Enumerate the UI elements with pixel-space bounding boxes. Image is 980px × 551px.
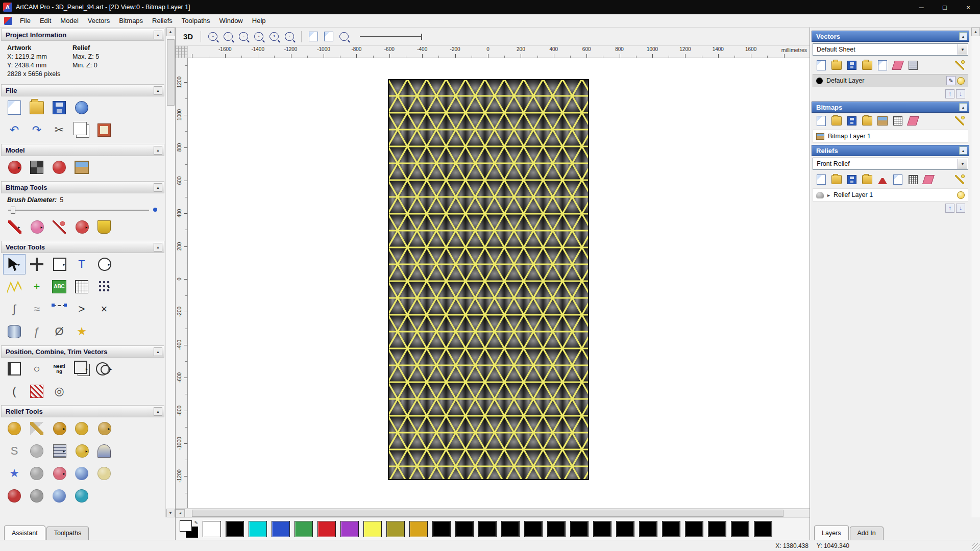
palette-swatch-8[interactable] — [386, 521, 405, 537]
collapse-reliefs-icon[interactable]: ▲ — [959, 146, 967, 155]
layer-colour-swatch[interactable] — [816, 78, 823, 84]
open-relief-file-button[interactable] — [829, 173, 844, 186]
new-model-button[interactable] — [3, 97, 26, 118]
dome-button-button[interactable]: ▸ — [70, 441, 93, 461]
left-tab-toolpaths[interactable]: Toolpaths — [46, 527, 89, 540]
weld-vectors-flyout-icon[interactable]: ▸ — [110, 367, 112, 371]
scrollbar-thumb[interactable] — [167, 39, 175, 106]
layer-visibility-icon[interactable] — [957, 77, 965, 85]
expand-relief-layer-icon[interactable]: ▸ — [827, 192, 830, 198]
zoom-1-to-1-button[interactable]: 1 — [266, 30, 282, 43]
bitmap-adjust-button[interactable] — [890, 114, 905, 128]
edit-layer-icon[interactable]: ✎ — [946, 76, 955, 85]
menu-window[interactable]: Window — [215, 15, 248, 27]
weave-wizard-button[interactable] — [26, 441, 48, 461]
nesting-button[interactable]: Nesting — [48, 359, 70, 379]
menu-reliefs[interactable]: Reliefs — [148, 15, 177, 27]
import-relief-button[interactable] — [860, 173, 875, 186]
minimize-button[interactable]: ─ — [910, 0, 933, 14]
palette-swatch-21[interactable] — [685, 521, 703, 537]
select-vectors-button[interactable]: ▸ — [3, 254, 26, 274]
scroll-up-icon[interactable]: ▲ — [971, 28, 980, 36]
maximize-button[interactable]: □ — [933, 0, 957, 14]
copy-relief-layer-button[interactable] — [890, 173, 905, 186]
wrap-text-on-curve-button[interactable]: ABC — [48, 277, 70, 297]
emboss-grey-button[interactable] — [26, 486, 48, 506]
set-model-size-button[interactable]: ▸ — [3, 157, 26, 178]
right-tab-layers[interactable]: Layers — [814, 525, 849, 540]
paint-selective-button[interactable]: ▸ — [26, 217, 48, 237]
import-vectors-button[interactable] — [860, 59, 875, 72]
node-editing-button[interactable]: + — [26, 277, 48, 297]
copy-sheet-button[interactable] — [875, 59, 890, 72]
vector-layer-options-button[interactable] — [952, 59, 967, 72]
create-rectangle-flyout-icon[interactable]: ▸ — [63, 262, 65, 267]
palette-swatch-13[interactable] — [501, 521, 520, 537]
sheet-selector[interactable]: Default Sheet ▼ — [813, 43, 968, 56]
set-model-size-flyout-icon[interactable]: ▸ — [18, 165, 20, 170]
brush-diameter-slider[interactable] — [8, 206, 157, 215]
vector-layer-row[interactable]: Default Layer ✎ — [813, 74, 968, 87]
bitmap-layer-row[interactable]: Bitmap Layer 1 — [813, 130, 968, 143]
palette-swatch-4[interactable] — [295, 521, 313, 537]
collapse-position-icon[interactable]: ▲ — [154, 347, 162, 356]
vectors-section-header[interactable]: Vectors ▲ — [812, 31, 969, 42]
load-picture-button[interactable] — [70, 157, 93, 178]
add-texture-button[interactable]: ▸ — [48, 418, 70, 439]
relief-layer-options-button[interactable] — [952, 173, 967, 186]
line-style-widget[interactable] — [360, 36, 421, 37]
fit-curve-button[interactable]: ƒ — [26, 321, 48, 342]
bucket-fill-button[interactable] — [93, 217, 115, 237]
create-ellipse-flyout-icon[interactable]: ▸ — [108, 262, 110, 267]
bezier-fit-button[interactable] — [48, 299, 70, 319]
save-bitmap-layer-button[interactable] — [844, 114, 860, 128]
collapse-relief-tools-icon[interactable]: ▲ — [154, 407, 162, 416]
shell-swirl-button[interactable] — [26, 463, 48, 484]
vector-doctor-button[interactable]: × — [93, 299, 115, 319]
colour-picker-button[interactable] — [48, 217, 70, 237]
cut-button[interactable]: ✂ — [48, 120, 70, 140]
figure-relief-button[interactable]: ▸ — [93, 418, 115, 439]
bitmaps-section-header[interactable]: Bitmaps ▲ — [812, 102, 969, 113]
palette-swatch-3[interactable] — [272, 521, 290, 537]
palette-swatch-18[interactable] — [616, 521, 634, 537]
zoom-objects-button[interactable]: ▪ — [251, 30, 266, 43]
delete-vector-layer-button[interactable] — [890, 59, 905, 72]
menu-bitmaps[interactable]: Bitmaps — [114, 15, 148, 27]
transform-vectors-button[interactable] — [26, 254, 48, 274]
scroll-up-icon[interactable]: ▲ — [166, 28, 175, 36]
relief-selector[interactable]: Front Relief ▼ — [813, 158, 968, 170]
palette-swatch-20[interactable] — [662, 521, 680, 537]
palette-swatch-2[interactable] — [249, 521, 267, 537]
flood-fill-button[interactable]: ▸ — [70, 217, 93, 237]
weld-vectors-button[interactable]: ▸ — [93, 359, 115, 379]
layer-visibility-icon[interactable] — [957, 191, 965, 199]
create-text-button[interactable]: T — [70, 254, 93, 274]
palette-swatch-10[interactable] — [432, 521, 451, 537]
menu-toolpaths[interactable]: Toolpaths — [177, 15, 215, 27]
import-bitmap-button[interactable] — [860, 114, 875, 128]
measure-arc-button[interactable]: ( — [3, 381, 26, 402]
new-bitmap-layer-button[interactable] — [814, 114, 829, 128]
collapse-model-icon[interactable]: ▲ — [154, 146, 162, 155]
zoom-to-selection-button[interactable] — [336, 30, 352, 43]
palette-swatch-6[interactable] — [340, 521, 359, 537]
offset-relief-button[interactable]: ▸ — [48, 441, 70, 461]
palette-swatch-22[interactable] — [708, 521, 726, 537]
palette-swatch-19[interactable] — [639, 521, 657, 537]
relief-texture-button[interactable] — [905, 173, 921, 186]
project-information-header[interactable]: Project Information ▲ — [1, 29, 164, 41]
palette-swatch-15[interactable] — [547, 521, 566, 537]
paint-brush-button[interactable]: ▸ — [3, 217, 26, 237]
save-model-button[interactable] — [48, 97, 70, 118]
left-panel-scrollbar[interactable]: ▲ ▼ — [165, 28, 175, 517]
vector-layer-name[interactable]: Default Layer — [826, 77, 943, 84]
h-scroll-thumb[interactable] — [192, 510, 783, 517]
paint-brush-flyout-icon[interactable]: ▸ — [18, 225, 20, 230]
palette-swatch-9[interactable] — [409, 521, 428, 537]
paste-array-flyout-icon[interactable]: ▸ — [108, 285, 110, 289]
position-combine-trim-header[interactable]: Position, Combine, Trim Vectors ▲ — [1, 345, 164, 358]
dome-button-flyout-icon[interactable]: ▸ — [85, 449, 87, 454]
next-view-button[interactable] — [321, 30, 336, 43]
palette-swatch-0[interactable] — [203, 521, 221, 537]
